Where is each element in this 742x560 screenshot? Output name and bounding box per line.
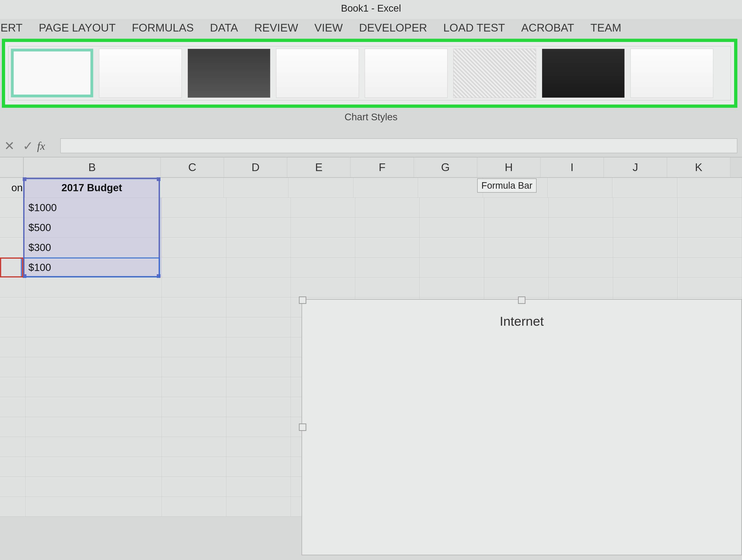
col-header-j[interactable]: J — [604, 157, 667, 177]
cell-c10[interactable] — [162, 357, 226, 377]
cell-c3[interactable] — [162, 218, 226, 238]
cell-e3[interactable] — [291, 218, 355, 238]
cell-d15[interactable] — [226, 457, 291, 477]
col-header-f[interactable]: F — [351, 157, 414, 177]
cell-c11[interactable] — [162, 377, 226, 397]
cell-h3[interactable] — [484, 218, 548, 238]
cell-d11[interactable] — [226, 377, 291, 397]
cell-c2[interactable] — [162, 198, 226, 218]
cell-b14[interactable] — [25, 437, 162, 457]
cell-c16[interactable] — [162, 477, 226, 497]
cell-b9[interactable] — [25, 337, 162, 357]
cell-j1[interactable] — [613, 178, 677, 198]
cell-c14[interactable] — [162, 437, 226, 457]
tab-load-test[interactable]: LOAD TEST — [443, 21, 505, 34]
enter-icon[interactable]: ✓ — [18, 138, 37, 153]
cell-i5[interactable] — [548, 258, 613, 277]
fx-icon[interactable]: fx — [37, 139, 60, 152]
cell-c15[interactable] — [162, 457, 226, 477]
cell-a9[interactable] — [0, 337, 25, 357]
cell-e1[interactable] — [288, 178, 353, 198]
tab-review[interactable]: REVIEW — [254, 21, 298, 34]
cell-b8[interactable] — [25, 317, 162, 337]
cell-a17[interactable] — [0, 497, 25, 517]
cell-g1[interactable] — [418, 178, 483, 198]
col-header-b[interactable]: B — [24, 157, 161, 177]
tab-developer[interactable]: DEVELOPER — [359, 21, 427, 34]
cell-i6[interactable] — [548, 277, 613, 297]
cell-k6[interactable] — [678, 277, 742, 297]
cell-a15[interactable] — [0, 457, 25, 477]
cell-i2[interactable] — [548, 198, 613, 218]
cell-a12[interactable] — [0, 397, 25, 417]
cell-d2[interactable] — [226, 198, 291, 218]
cell-d8[interactable] — [226, 317, 291, 337]
cell-b11[interactable] — [25, 377, 162, 397]
embedded-chart[interactable]: Internet — [302, 299, 742, 555]
cell-b1[interactable]: 2017 Budget — [25, 178, 159, 198]
cell-j5[interactable] — [613, 258, 678, 277]
cell-b13[interactable] — [25, 417, 162, 437]
cell-c4[interactable] — [162, 238, 226, 258]
cell-d13[interactable] — [226, 417, 291, 437]
cell-a6[interactable] — [0, 277, 25, 297]
cell-k3[interactable] — [678, 218, 742, 238]
cell-b15[interactable] — [25, 457, 162, 477]
cell-c9[interactable] — [162, 337, 226, 357]
tab-formulas[interactable]: FORMULAS — [132, 21, 194, 34]
cell-g2[interactable] — [420, 198, 484, 218]
cell-f1[interactable] — [353, 178, 418, 198]
cell-d12[interactable] — [226, 397, 291, 417]
col-header-h[interactable]: H — [477, 157, 540, 177]
cell-b12[interactable] — [25, 397, 162, 417]
cell-h6[interactable] — [484, 277, 548, 297]
cell-e2[interactable] — [291, 198, 355, 218]
cell-g5[interactable] — [420, 258, 484, 277]
cell-a4[interactable] — [0, 238, 25, 258]
chart-style-4[interactable] — [276, 49, 359, 98]
cell-d10[interactable] — [226, 357, 291, 377]
cell-c8[interactable] — [162, 317, 226, 337]
cell-b10[interactable] — [25, 357, 162, 377]
cell-e6[interactable] — [291, 277, 355, 297]
cell-j2[interactable] — [613, 198, 678, 218]
cell-d7[interactable] — [226, 297, 291, 317]
cell-a16[interactable] — [0, 477, 25, 497]
cell-a13[interactable] — [0, 417, 25, 437]
cell-i4[interactable] — [548, 238, 613, 258]
cell-g6[interactable] — [420, 277, 484, 297]
cell-a3[interactable] — [0, 218, 25, 238]
chart-style-5[interactable] — [365, 49, 447, 98]
cell-d1[interactable] — [224, 178, 288, 198]
cell-a5[interactable] — [0, 258, 25, 277]
tab-acrobat[interactable]: ACROBAT — [521, 21, 574, 34]
formula-input[interactable] — [60, 138, 737, 153]
cell-k4[interactable] — [678, 238, 742, 258]
cell-a1-frag[interactable]: on — [0, 178, 25, 198]
chart-style-6[interactable] — [453, 49, 536, 98]
col-header-d[interactable]: D — [224, 157, 287, 177]
resize-handle-icon[interactable] — [299, 296, 306, 304]
cell-d9[interactable] — [226, 337, 291, 357]
chart-style-8[interactable] — [631, 49, 713, 98]
cell-c6[interactable] — [162, 277, 226, 297]
cell-b2[interactable]: $1000 — [25, 198, 162, 218]
cell-c1[interactable] — [159, 178, 224, 198]
col-header-k[interactable]: K — [667, 157, 730, 177]
tab-team[interactable]: TEAM — [590, 21, 621, 34]
cell-i1[interactable] — [548, 178, 613, 198]
cell-g4[interactable] — [420, 238, 484, 258]
cell-j3[interactable] — [613, 218, 678, 238]
cell-b5[interactable]: $100 — [25, 258, 162, 277]
chart-style-7[interactable] — [542, 49, 625, 98]
col-header-c[interactable]: C — [161, 157, 224, 177]
select-all-corner[interactable] — [0, 157, 24, 177]
cell-c17[interactable] — [162, 497, 226, 517]
cell-a11[interactable] — [0, 377, 25, 397]
cell-c7[interactable] — [162, 297, 226, 317]
cell-i3[interactable] — [548, 218, 613, 238]
chart-style-3[interactable] — [188, 49, 270, 98]
cell-j6[interactable] — [613, 277, 678, 297]
cell-e4[interactable] — [291, 238, 355, 258]
cell-c5[interactable] — [162, 258, 226, 277]
